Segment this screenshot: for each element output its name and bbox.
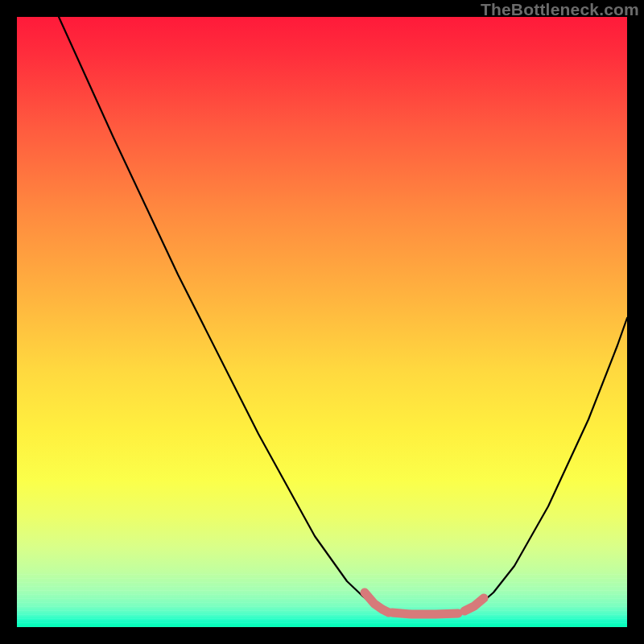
trough-overlay-left [365,592,389,613]
trough-overlay-mid [392,613,458,614]
trough-overlay-right [464,598,484,611]
chart-svg [17,17,627,627]
curve-line [59,17,627,613]
chart-plot-area [17,17,627,627]
